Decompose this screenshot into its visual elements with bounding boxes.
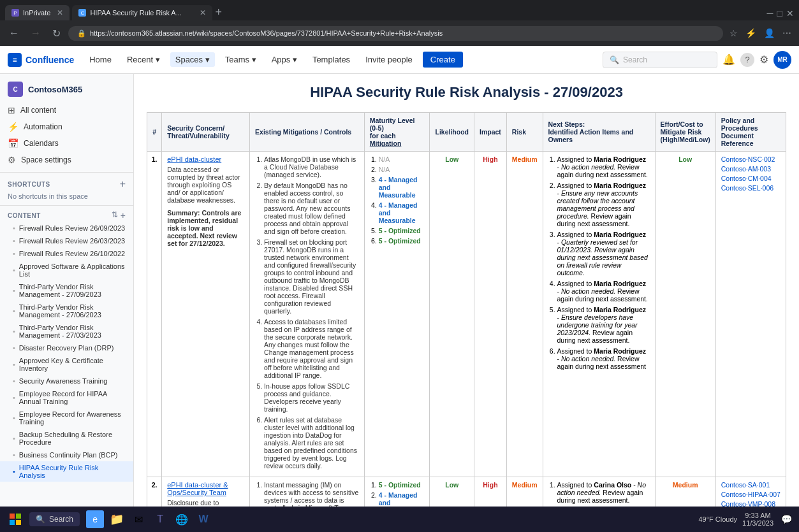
tab-close-icon[interactable]: ✕ [57, 8, 63, 17]
sidebar-item-vendor1[interactable]: • Third-Party Vendor Risk Management - 2… [0, 280, 133, 301]
browser-ext-icon[interactable]: ⚡ [743, 25, 759, 41]
sidebar-item-firewall3[interactable]: • Firewall Rules Review 26/10/2022 [0, 247, 133, 260]
page-content: HIPAA Security Rule Risk Analysis - 27/0… [134, 74, 799, 507]
col-effort: Effort/Cost to Mitigate Risk(High/Med/Lo… [655, 113, 715, 152]
row1-likelihood: Low [430, 152, 474, 477]
settings-icon[interactable]: ⚙ [759, 54, 768, 66]
window-minimize-icon[interactable]: ─ [767, 8, 773, 18]
topbar-search[interactable]: 🔍 Search [603, 52, 717, 68]
col-num: # [147, 113, 162, 152]
col-maturity: Maturity Level (0-5)for each Mitigation [364, 113, 430, 152]
shortcuts-hint: No shortcuts in this space [0, 191, 133, 204]
topnav-create-button[interactable]: Create [423, 52, 463, 68]
sidebar: C ContosoM365 ⊞ All content ⚡ Automation… [0, 74, 134, 507]
sidebar-item-vendor3[interactable]: • Third-Party Vendor Risk Management - 2… [0, 321, 133, 341]
sidebar-item-software[interactable]: • Approved Software & Applications List [0, 260, 133, 280]
row1-threat: ePHI data-cluster Data accessed or corru… [162, 152, 250, 477]
col-mitigations: Existing Mitigations / Controls [250, 113, 365, 152]
confluence-logo[interactable]: ≡ Confluence [8, 53, 74, 67]
sidebar-item-bcp[interactable]: • Business Continuity Plan (BCP) [0, 449, 133, 461]
sidebar-item-awareness-training[interactable]: • Employee Record for Awareness Training [0, 408, 133, 428]
threat-link-1[interactable]: ePHI data-cluster [167, 155, 244, 163]
sidebar-automation[interactable]: ⚡ Automation [0, 119, 133, 135]
sidebar-calendars[interactable]: 📅 Calendars [0, 135, 133, 152]
table-row: 2. ePHI data-cluster &Ops/Security Team … [147, 477, 786, 507]
row1-actions: Assigned to Maria Rodriguez - No action … [543, 152, 655, 477]
row1-effort: Low [655, 152, 715, 477]
help-icon[interactable]: ? [740, 53, 754, 67]
col-policy: Policy and Procedures Document Reference [715, 113, 786, 152]
row1-references: Contoso·NSC·002 Contoso·AM·003 Contoso·C… [715, 152, 786, 477]
row2-references: Contoso·SA·001 Contoso·HIPAA·007 Contoso… [715, 477, 786, 507]
nav-back-button[interactable]: ← [5, 25, 23, 41]
browser-chrome: P InPrivate ✕ C HIPAA Security Rule Risk… [0, 0, 799, 20]
notification-icon[interactable]: 🔔 [722, 54, 735, 66]
topnav-templates[interactable]: Templates [307, 52, 355, 67]
risk-table: # Security Concern/Threat/Vulnerability … [147, 112, 786, 507]
col-risk: Risk [506, 113, 543, 152]
browser-menu-icon[interactable]: ⋯ [780, 25, 794, 41]
nav-forward-button[interactable]: → [27, 25, 45, 41]
row1-num: 1. [147, 152, 162, 477]
shortcuts-label: SHORTCUTS [8, 181, 50, 188]
col-likelihood: Likelihood [430, 113, 474, 152]
window-maximize-icon[interactable]: □ [777, 8, 782, 18]
page-title: HIPAA Security Rule Risk Analysis - 27/0… [147, 84, 786, 101]
row2-mitigations: Instant messaging (IM) on devices with a… [250, 477, 365, 507]
table-row: 1. ePHI data-cluster Data accessed or co… [147, 152, 786, 477]
row2-risk: Medium [506, 477, 543, 507]
row2-num: 2. [147, 477, 162, 507]
row2-actions: Assigned to Carina Olso - No action need… [543, 477, 655, 507]
browser-nav-bar: ← → ↻ 🔒 https://contosom365.atlassian.ne… [0, 20, 799, 46]
sidebar-item-keys[interactable]: • Approved Key & Certificate Inventory [0, 354, 133, 375]
sidebar-item-firewall1[interactable]: • Firewall Rules Review 26/09/2023 [0, 222, 133, 234]
topnav-spaces[interactable]: Spaces ▾ [170, 52, 215, 67]
browser-tab-inprivate[interactable]: P InPrivate ✕ [5, 5, 70, 20]
sidebar-item-hipaa-risk[interactable]: • HIPAA Security Rule Risk Analysis [0, 461, 133, 482]
row2-impact: High [474, 477, 506, 507]
sidebar-item-backup[interactable]: • Backup Scheduling & Restore Procedure [0, 428, 133, 449]
topnav-teams[interactable]: Teams ▾ [220, 52, 261, 67]
topnav-recent[interactable]: Recent ▾ [122, 52, 165, 67]
row2-effort: Medium [655, 477, 715, 507]
sidebar-item-firewall2[interactable]: • Firewall Rules Review 26/03/2023 [0, 234, 133, 247]
address-bar[interactable]: 🔒 https://contosom365.atlassian.net/wiki… [68, 26, 723, 41]
confluence-topbar: ≡ Confluence Home Recent ▾ Spaces ▾ Team… [0, 46, 799, 74]
sidebar-all-content[interactable]: ⊞ All content [0, 102, 133, 119]
window-close-icon[interactable]: ✕ [786, 8, 794, 18]
sidebar-item-hipaa-training[interactable]: • Employee Record for HIPAA Annual Train… [0, 387, 133, 408]
sidebar-space-settings[interactable]: ⚙ Space settings [0, 152, 133, 168]
topnav-apps[interactable]: Apps ▾ [267, 52, 302, 67]
content-add-icon[interactable]: + [121, 210, 126, 220]
content-label: CONTENT [8, 212, 41, 219]
user-avatar[interactable]: MR [773, 51, 791, 69]
topnav-home[interactable]: Home [84, 52, 117, 67]
row1-impact: High [474, 152, 506, 477]
row1-mitigations: Atlas MongoDB in use which is a Cloud Na… [250, 152, 365, 477]
threat-link-2[interactable]: ePHI data-cluster &Ops/Security Team [167, 481, 244, 496]
browser-tab-active[interactable]: C HIPAA Security Rule Risk A... ✕ [72, 5, 212, 20]
search-icon: 🔍 [610, 55, 619, 64]
shortcuts-add-icon[interactable]: + [120, 178, 126, 190]
row2-maturity: 5 - Optimized 4 - Managed and Measurable… [364, 477, 430, 507]
browser-profile-icon[interactable]: 👤 [761, 25, 777, 41]
sidebar-item-security-awareness[interactable]: • Security Awareness Training [0, 375, 133, 387]
row1-maturity: N/A N/A 4 - Managed and Measurable 4 - M… [364, 152, 430, 477]
col-impact: Impact [474, 113, 506, 152]
row2-likelihood: Low [430, 477, 474, 507]
workspace-name: ContosoM365 [28, 85, 82, 94]
content-sort-icon[interactable]: ⇅ [112, 210, 118, 220]
col-next-steps: Next Steps:Identified Action Items and O… [543, 113, 655, 152]
row2-threat: ePHI data-cluster &Ops/Security Team Dis… [162, 477, 250, 507]
row1-risk: Medium [506, 152, 543, 477]
tab-add-icon[interactable]: + [215, 6, 222, 19]
topnav-invite[interactable]: Invite people [360, 52, 418, 67]
sidebar-workspace[interactable]: C ContosoM365 [0, 78, 133, 101]
browser-star-icon[interactable]: ☆ [727, 25, 740, 41]
col-threat: Security Concern/Threat/Vulnerability [162, 113, 250, 152]
nav-refresh-button[interactable]: ↻ [48, 25, 64, 42]
tab-close-active-icon[interactable]: ✕ [200, 8, 206, 17]
sidebar-item-vendor2[interactable]: • Third-Party Vendor Risk Management - 2… [0, 301, 133, 321]
sidebar-item-drp[interactable]: • Disaster Recovery Plan (DRP) [0, 341, 133, 354]
